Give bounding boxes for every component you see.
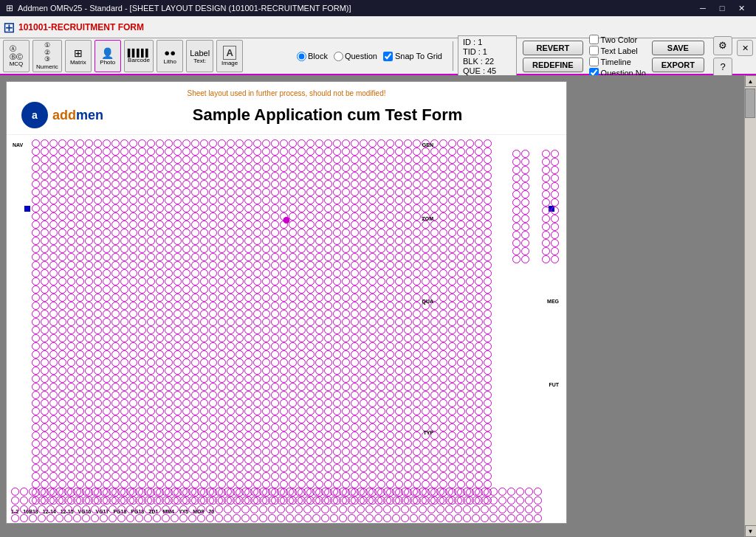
litho-tool-button[interactable]: ●● Litho xyxy=(157,40,183,72)
snap-checkbox-input[interactable] xyxy=(383,52,393,61)
omr-bubble xyxy=(430,253,439,261)
omr-bubble xyxy=(280,180,288,188)
vertical-scrollbar[interactable]: ▲ ▼ xyxy=(744,75,756,537)
omr-bubble xyxy=(58,350,66,358)
omr-bubble xyxy=(138,334,146,342)
panel-close-button[interactable]: ✕ xyxy=(737,40,753,56)
omr-bubble xyxy=(244,367,252,375)
omr-bubble xyxy=(41,148,49,156)
form-main-title: Sample Application cum Test Form xyxy=(103,105,551,125)
omr-bubble xyxy=(173,310,182,318)
omr-bubble xyxy=(542,231,550,239)
omr-bubble xyxy=(209,237,217,245)
omr-bubble xyxy=(147,245,155,253)
omr-bubble xyxy=(457,245,465,253)
timeline-check[interactable]: Timeline xyxy=(589,57,646,66)
minimize-button[interactable]: ─ xyxy=(694,1,712,15)
image-tool-button[interactable]: A Image xyxy=(216,40,243,72)
omr-bubble xyxy=(419,505,427,513)
omr-row xyxy=(32,432,562,440)
omr-bubble xyxy=(218,188,226,196)
question-radio-input[interactable] xyxy=(334,52,343,61)
text-label-check[interactable]: Text Label xyxy=(589,46,646,55)
omr-bubble xyxy=(244,383,252,391)
omr-bubble xyxy=(271,245,279,253)
maximize-button[interactable]: □ xyxy=(713,1,731,15)
scroll-track[interactable] xyxy=(745,87,756,525)
block-radio-input[interactable] xyxy=(297,52,306,61)
export-button[interactable]: EXPORT xyxy=(652,58,704,72)
snap-to-grid-checkbox[interactable]: Snap To Grid xyxy=(383,52,442,61)
omr-bubble xyxy=(165,172,173,180)
omr-bubble xyxy=(111,383,120,391)
scroll-thumb[interactable] xyxy=(745,89,755,118)
omr-bubble xyxy=(262,172,270,180)
omr-bubble xyxy=(94,221,102,229)
omr-bubble xyxy=(404,448,412,456)
omr-bubble xyxy=(103,350,111,358)
numeric-tool-button[interactable]: ①②③ Numeric xyxy=(32,40,62,72)
omr-bubble xyxy=(236,464,244,472)
omr-bubble xyxy=(392,514,400,522)
omr-bubble xyxy=(457,277,465,285)
omr-bubble xyxy=(147,261,155,269)
two-color-input[interactable] xyxy=(589,35,599,44)
help-button[interactable]: ? xyxy=(713,58,732,77)
question-radio[interactable]: Question xyxy=(334,52,377,61)
omr-bubble xyxy=(298,423,306,432)
omr-bubble xyxy=(306,277,315,285)
omr-bubble xyxy=(156,350,164,358)
omr-bubble xyxy=(67,261,75,269)
omr-bubble xyxy=(516,505,524,513)
omr-bubble xyxy=(236,204,244,212)
close-window-button[interactable]: ✕ xyxy=(732,1,750,15)
omr-bubble xyxy=(306,415,315,423)
omr-bubble xyxy=(439,367,447,375)
two-color-check[interactable]: Two Color xyxy=(589,35,646,44)
omr-bubble xyxy=(413,148,421,156)
matrix-tool-button[interactable]: ⊞ Matrix xyxy=(65,40,92,72)
label-tool-button[interactable]: Label Text: xyxy=(186,40,213,72)
omr-bubble xyxy=(191,285,199,294)
omr-bubble xyxy=(236,277,244,285)
mcq-tool-button[interactable]: ⒶⒷⒸ MCQ xyxy=(3,40,30,72)
omr-bubble xyxy=(147,415,155,423)
barcode-tool-button[interactable]: ▌▌▌▌▌ Barcode xyxy=(124,40,154,72)
omr-bubble xyxy=(395,156,403,164)
save-button[interactable]: SAVE xyxy=(652,41,704,55)
block-radio[interactable]: Block xyxy=(297,52,328,61)
omr-bubble xyxy=(41,432,49,440)
omr-bubble xyxy=(551,182,559,190)
omr-bubble xyxy=(67,367,75,375)
photo-tool-button[interactable]: 👤 Photo xyxy=(94,40,121,72)
omr-bubble xyxy=(413,221,421,229)
omr-bubble xyxy=(129,391,137,399)
omr-bubble xyxy=(94,277,102,285)
omr-bubble xyxy=(49,391,58,399)
omr-bubble xyxy=(182,391,190,399)
omr-bubble xyxy=(182,229,190,237)
omr-row xyxy=(32,164,562,172)
omr-bubble xyxy=(85,472,93,480)
omr-bubble xyxy=(253,237,261,245)
omr-bubble xyxy=(551,198,559,207)
timeline-input[interactable] xyxy=(589,57,599,66)
omr-bubble xyxy=(365,505,374,513)
omr-bubble xyxy=(165,350,173,358)
revert-button[interactable]: REVERT xyxy=(523,41,583,55)
omr-bubble xyxy=(233,488,241,496)
canvas-area[interactable]: Sheet layout used in further process, sh… xyxy=(0,75,744,537)
omr-bubble xyxy=(386,277,394,285)
omr-bubble xyxy=(324,318,332,326)
omr-bubble xyxy=(244,196,252,204)
settings-button[interactable]: ⚙ xyxy=(713,36,732,55)
scroll-up-button[interactable]: ▲ xyxy=(745,75,757,87)
omr-bubble xyxy=(165,237,173,245)
text-label-input[interactable] xyxy=(589,46,599,55)
omr-bubble xyxy=(218,358,226,367)
scroll-down-button[interactable]: ▼ xyxy=(745,525,757,537)
omr-bubble xyxy=(120,148,128,156)
omr-bubble xyxy=(200,448,208,456)
redefine-button[interactable]: REDEFINE xyxy=(523,58,583,72)
omr-bubble xyxy=(165,285,173,294)
